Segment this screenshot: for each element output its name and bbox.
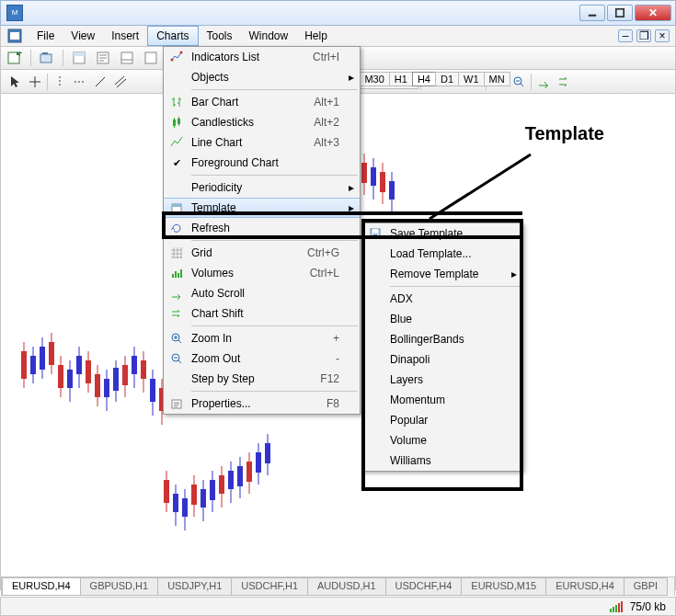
tf-d1[interactable]: D1 <box>435 72 459 86</box>
status-bar: 75/0 kb <box>0 597 676 616</box>
charts-menu-objects[interactable]: Objects▸ <box>164 67 360 87</box>
annotation-label: Template <box>525 123 604 144</box>
svg-rect-36 <box>95 374 100 397</box>
svg-rect-96 <box>380 172 385 192</box>
svg-rect-11 <box>145 52 156 63</box>
svg-rect-58 <box>191 485 197 505</box>
svg-rect-6 <box>42 52 48 54</box>
svg-point-99 <box>171 59 174 62</box>
charts-menu-bar-chart[interactable]: Bar ChartAlt+1 <box>164 92 360 112</box>
svg-rect-46 <box>141 360 146 379</box>
connection-icon <box>610 601 623 612</box>
app-menu-icon[interactable] <box>5 26 25 46</box>
svg-rect-0 <box>616 9 624 17</box>
chart-tab[interactable]: USDCHF,H4 <box>385 577 463 596</box>
title-bar: M ✕ <box>0 0 676 26</box>
svg-rect-64 <box>219 475 224 494</box>
crosshair-tool[interactable] <box>25 73 45 91</box>
minimize-button[interactable] <box>579 5 605 21</box>
zoom-out-icon[interactable] <box>509 73 529 91</box>
vline-tool[interactable] <box>50 73 70 91</box>
chart-tab[interactable]: EURUSD,M15 <box>461 577 546 596</box>
svg-rect-32 <box>76 356 82 374</box>
charts-menu-chart-shift[interactable]: Chart Shift <box>164 303 360 324</box>
autoscroll-icon[interactable] <box>533 73 554 91</box>
charts-menu-volumes[interactable]: VolumesCtrl+L <box>164 263 360 283</box>
svg-rect-56 <box>182 498 188 517</box>
chart-tab[interactable]: GBPI <box>624 577 668 596</box>
svg-rect-98 <box>389 181 395 200</box>
svg-rect-10 <box>121 52 132 63</box>
maximize-button[interactable] <box>607 5 633 21</box>
chart-tabs: EURUSD,H4GBPUSD,H1USDJPY,H1USDCHF,H1AUDU… <box>1 576 675 596</box>
charts-menu-foreground-chart[interactable]: ✔Foreground Chart <box>164 153 360 173</box>
svg-point-100 <box>180 51 183 54</box>
cursor-tool[interactable] <box>5 73 25 91</box>
svg-rect-94 <box>371 167 376 186</box>
svg-rect-106 <box>172 204 181 207</box>
menu-insert[interactable]: Insert <box>103 26 147 46</box>
profiles-button[interactable] <box>37 49 57 67</box>
svg-rect-62 <box>210 480 215 500</box>
navigator-button[interactable] <box>93 49 113 67</box>
new-chart-button[interactable]: + <box>5 49 25 67</box>
svg-rect-70 <box>246 462 252 482</box>
tester-button[interactable] <box>141 49 161 67</box>
mdi-restore-icon[interactable]: ❐ <box>636 29 651 42</box>
charts-menu-periodicity[interactable]: Periodicity▸ <box>164 177 360 198</box>
chartshift-icon[interactable] <box>554 73 574 91</box>
svg-rect-28 <box>58 365 63 388</box>
charts-menu-grid[interactable]: GridCtrl+G <box>164 243 360 263</box>
app-icon: M <box>6 5 23 21</box>
charts-menu-candlesticks[interactable]: CandlesticksAlt+2 <box>164 112 360 132</box>
tf-mn[interactable]: MN <box>484 72 510 86</box>
menu-bar: File View Insert Charts Tools Window Hel… <box>0 26 676 46</box>
tf-h1[interactable]: H1 <box>389 72 413 86</box>
svg-rect-30 <box>67 370 73 388</box>
chart-tab[interactable]: EURUSD,H4 <box>2 577 81 596</box>
charts-menu-auto-scroll[interactable]: Auto Scroll <box>164 283 360 303</box>
svg-rect-5 <box>40 54 52 63</box>
chart-tab[interactable]: AUDUSD,H1 <box>307 577 386 596</box>
menu-help[interactable]: Help <box>296 26 336 46</box>
chart-tab[interactable]: GBPUSD,H1 <box>80 577 159 596</box>
hline-tool[interactable] <box>70 73 90 91</box>
charts-menu-indicators-list[interactable]: Indicators ListCtrl+I <box>164 47 360 67</box>
menu-charts[interactable]: Charts <box>147 26 198 46</box>
svg-rect-38 <box>104 379 109 397</box>
svg-rect-24 <box>40 347 45 370</box>
mdi-close-icon[interactable]: × <box>655 29 670 42</box>
connection-status: 75/0 kb <box>630 600 666 613</box>
menu-window[interactable]: Window <box>241 26 297 46</box>
svg-rect-54 <box>173 494 178 512</box>
mdi-minimize-icon[interactable]: – <box>618 29 633 42</box>
chart-tab[interactable]: EURUSD,H4 <box>545 577 624 596</box>
menu-view[interactable]: View <box>63 26 103 46</box>
terminal-button[interactable] <box>117 49 137 67</box>
tf-w1[interactable]: W1 <box>458 72 485 86</box>
channel-tool[interactable] <box>110 73 131 91</box>
menu-tools[interactable]: Tools <box>199 26 241 46</box>
charts-menu-step-by-step[interactable]: Step by StepF12 <box>164 369 360 389</box>
charts-menu-line-chart[interactable]: Line ChartAlt+3 <box>164 132 360 153</box>
close-button[interactable]: ✕ <box>635 5 671 21</box>
svg-text:+: + <box>17 51 22 60</box>
charts-menu-zoom-out[interactable]: Zoom Out- <box>164 348 360 369</box>
trendline-tool[interactable] <box>90 73 110 91</box>
charts-menu-properties-[interactable]: Properties...F8 <box>164 394 360 414</box>
svg-line-113 <box>430 154 531 219</box>
tf-h4[interactable]: H4 <box>412 72 436 86</box>
svg-rect-42 <box>122 365 128 385</box>
svg-rect-74 <box>265 443 270 463</box>
svg-rect-92 <box>361 163 367 183</box>
svg-rect-68 <box>237 466 243 486</box>
svg-rect-34 <box>86 360 91 383</box>
charts-menu-zoom-in[interactable]: Zoom In+ <box>164 328 360 348</box>
chart-tab[interactable]: USDCHF,H1 <box>231 577 308 596</box>
menu-file[interactable]: File <box>29 26 63 46</box>
market-watch-button[interactable] <box>69 49 89 67</box>
svg-rect-66 <box>228 471 234 489</box>
svg-rect-40 <box>113 368 119 391</box>
tf-m30[interactable]: M30 <box>359 72 389 86</box>
chart-tab[interactable]: USDJPY,H1 <box>157 577 232 596</box>
